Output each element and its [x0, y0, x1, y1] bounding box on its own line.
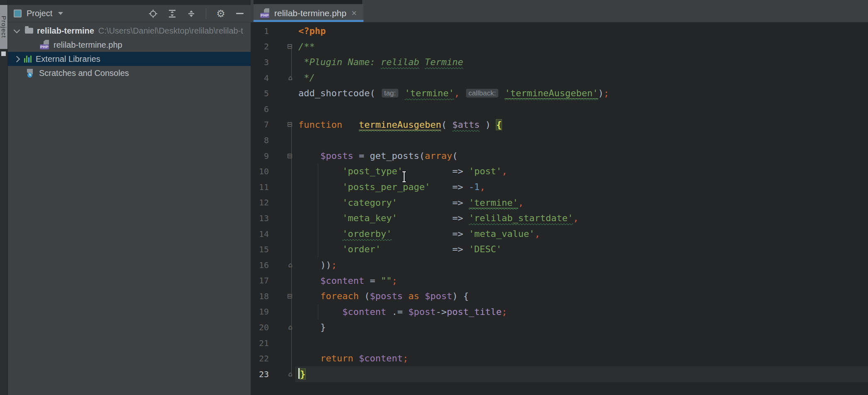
code-text[interactable]: $posts = get_posts(array( — [295, 148, 868, 164]
indent-guide — [318, 304, 318, 320]
code-text[interactable]: 'post_type' => 'post', — [295, 163, 868, 179]
tree-row-project-root[interactable]: relilab-termine C:\Users\Daniel\Desktop\… — [8, 24, 251, 38]
project-panel-header: Project ⚙ — [8, 5, 251, 22]
code-text[interactable]: 'category' => 'termine', — [295, 195, 868, 211]
collapse-all-button[interactable] — [187, 9, 196, 18]
code-text[interactable]: $content = ""; — [295, 273, 868, 289]
line-number: 21 — [251, 338, 269, 348]
chevron-down-icon[interactable] — [58, 12, 63, 15]
mouse-cursor-ibeam — [401, 171, 407, 184]
code-line[interactable]: 11 'posts_per_page' => -1, — [251, 179, 868, 195]
code-token: 'category' — [342, 198, 397, 208]
code-token: 'termine' — [469, 198, 518, 208]
code-token: ; — [604, 88, 609, 98]
code-token — [298, 276, 320, 286]
code-line[interactable]: 12 'category' => 'termine', — [251, 195, 868, 211]
code-line[interactable]: 23⌂} — [251, 366, 868, 382]
code-line[interactable]: 21 — [251, 335, 868, 351]
code-token — [419, 291, 424, 301]
gear-icon[interactable]: ⚙ — [216, 9, 225, 18]
code-line[interactable]: 10 'post_type' => 'post', — [251, 163, 868, 179]
line-number: 10 — [251, 166, 269, 176]
expand-all-button[interactable] — [168, 9, 177, 18]
code-token: 'meta_key' — [342, 213, 397, 223]
php-file-icon: PHP — [260, 8, 270, 18]
code-token: )) — [298, 260, 331, 270]
code-text[interactable]: foreach ($posts as $post) { — [295, 288, 868, 304]
code-text[interactable]: 'posts_per_page' => -1, — [295, 179, 868, 195]
code-text[interactable]: 'orderby' => 'meta_value', — [295, 226, 868, 242]
parameter-hint-chip: callback: — [466, 89, 498, 98]
fold-range-line — [291, 47, 292, 78]
code-line[interactable]: 9⊟ $posts = get_posts(array( — [251, 148, 868, 164]
code-line[interactable]: 14 'orderby' => 'meta_value', — [251, 226, 868, 242]
code-text[interactable]: */ — [295, 70, 868, 86]
code-line[interactable]: 18⊟ foreach ($posts as $post) { — [251, 288, 868, 304]
code-text[interactable]: } — [295, 319, 868, 335]
code-token: $posts — [370, 291, 402, 301]
line-number: 23 — [251, 369, 269, 379]
code-line[interactable]: 8 — [251, 132, 868, 148]
code-text[interactable]: $content .= $post->post_title; — [295, 304, 868, 320]
code-token: termineAusgeben — [359, 119, 441, 130]
code-token — [298, 353, 320, 363]
project-stripe-button[interactable]: Project — [0, 5, 7, 49]
hide-panel-button[interactable] — [235, 9, 244, 18]
code-line[interactable]: 22 return $content; — [251, 351, 868, 366]
code-line[interactable]: 7⊟function termineAusgeben( $atts ) { — [251, 117, 868, 133]
code-text[interactable]: } — [295, 366, 868, 382]
code-token — [353, 353, 358, 363]
code-text[interactable]: <?php — [295, 23, 868, 39]
code-text[interactable]: add_shortcode( tag: 'termine', callback:… — [295, 85, 868, 101]
code-text[interactable]: return $content; — [295, 351, 868, 366]
code-token: get_posts( — [370, 151, 424, 161]
code-line[interactable]: 4⌂ */ — [251, 70, 868, 86]
code-text[interactable]: /** — [295, 39, 868, 55]
locate-file-button[interactable] — [149, 9, 158, 18]
code-token: add_shortcode( — [298, 88, 381, 98]
editor-tab-active[interactable]: PHP relilab-termine.php × — [254, 4, 363, 22]
code-line[interactable]: 17 $content = ""; — [251, 273, 868, 289]
code-text[interactable]: function termineAusgeben( $atts ) { — [295, 117, 868, 133]
tree-row-php-file[interactable]: PHP relilab-termine.php — [8, 38, 251, 52]
code-token: $atts — [452, 119, 480, 130]
code-text[interactable] — [295, 101, 868, 117]
code-text[interactable] — [295, 335, 868, 351]
chevron-down-icon[interactable] — [14, 27, 20, 33]
code-line[interactable]: 3 *Plugin Name: relilab Termine — [251, 54, 868, 70]
code-line[interactable]: 2⊟/** — [251, 39, 868, 55]
code-token: { — [496, 119, 502, 130]
line-number: 19 — [251, 307, 269, 317]
code-line[interactable]: 16⌂ )); — [251, 257, 868, 273]
code-token: ; — [392, 276, 397, 286]
code-text[interactable]: 'order' => 'DESC' — [295, 241, 868, 257]
tree-label: External Libraries — [36, 54, 100, 64]
code-token — [298, 198, 342, 208]
close-icon[interactable]: × — [351, 9, 357, 18]
code-token: */ — [298, 73, 315, 83]
code-token: ; — [502, 307, 507, 317]
code-token: } — [298, 322, 326, 332]
line-number: 5 — [251, 88, 269, 98]
code-text[interactable]: )); — [295, 257, 868, 273]
code-text[interactable]: 'meta_key' => 'relilab_startdate', — [295, 210, 868, 226]
code-line[interactable]: 5add_shortcode( tag: 'termine', callback… — [251, 85, 868, 101]
code-line[interactable]: 6 — [251, 101, 868, 117]
code-token: "" — [381, 276, 392, 286]
code-token: return — [320, 353, 353, 363]
code-line[interactable]: 20⌂ } — [251, 319, 868, 335]
code-line[interactable]: 15 'order' => 'DESC' — [251, 241, 868, 257]
text-caret — [298, 368, 300, 379]
code-line[interactable]: 19 $content .= $post->post_title; — [251, 304, 868, 320]
tree-row-external-libraries[interactable]: External Libraries — [8, 52, 251, 66]
code-line[interactable]: 13 'meta_key' => 'relilab_startdate', — [251, 210, 868, 226]
code-text[interactable]: *Plugin Name: relilab Termine — [295, 54, 868, 70]
code-editor[interactable]: 1<?php2⊟/**3 *Plugin Name: relilab Termi… — [251, 22, 868, 395]
code-token — [381, 244, 452, 254]
code-token: post_title — [447, 307, 502, 317]
code-line[interactable]: 1<?php — [251, 23, 868, 39]
line-number: 3 — [251, 57, 269, 67]
code-text[interactable] — [295, 132, 868, 148]
tree-row-scratches[interactable]: Scratches and Consoles — [8, 66, 251, 80]
chevron-right-icon[interactable] — [14, 56, 20, 62]
